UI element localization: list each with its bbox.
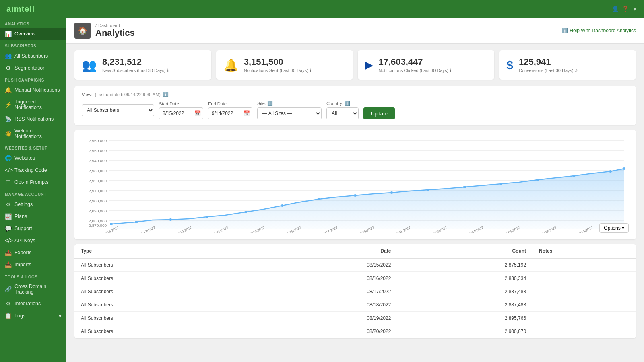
plans-icon: 📈 xyxy=(5,213,11,220)
country-select[interactable]: All xyxy=(326,107,359,119)
sidebar: ANALYTICS📊OverviewSUBSCRIBERS👥All Subscr… xyxy=(0,18,66,362)
svg-text:2,930,000: 2,930,000 xyxy=(89,169,107,173)
sidebar-item-opt-in-prompts[interactable]: ☐Opt-In Prompts xyxy=(0,176,66,188)
integrations-icon: ⚙ xyxy=(5,300,11,307)
svg-text:2,960,000: 2,960,000 xyxy=(89,139,107,143)
data-table: Type Date Count Notes All Subscribers08/… xyxy=(74,244,636,338)
cell-notes xyxy=(533,258,636,272)
data-table-container: Type Date Count Notes All Subscribers08/… xyxy=(74,244,636,338)
svg-text:2,950,000: 2,950,000 xyxy=(89,149,107,153)
sidebar-item-settings[interactable]: ⚙Settings xyxy=(0,198,66,210)
start-date-calendar-icon[interactable]: 📅 xyxy=(194,110,201,116)
sidebar-item-triggered-notifications[interactable]: ⚡Triggered Notifications xyxy=(0,96,66,113)
col-date: Date xyxy=(252,244,397,258)
svg-point-34 xyxy=(609,170,612,173)
sidebar-item-label: Cross Domain Tracking xyxy=(14,284,62,295)
sidebar-item-label: Overview xyxy=(14,31,35,37)
cross-domain-tracking-icon: 🔗 xyxy=(5,286,11,292)
main-content: 🏠 / Dashboard Analytics ℹ️ Help With Das… xyxy=(66,18,644,362)
cell-type: All Subscribers xyxy=(74,325,252,338)
svg-point-29 xyxy=(427,189,429,191)
svg-point-27 xyxy=(354,194,357,197)
header-right: 👤 ❓ ▼ xyxy=(612,6,638,12)
sidebar-item-all-subscribers[interactable]: 👥All Subscribers xyxy=(0,50,66,62)
user-icon[interactable]: 👤 xyxy=(612,6,619,12)
svg-point-32 xyxy=(536,179,539,181)
filter-controls: All Subscribers Start Date 📅 End Date 📅 xyxy=(82,101,629,119)
sidebar-item-integrations[interactable]: ⚙Integrations xyxy=(0,298,66,310)
sidebar-item-overview[interactable]: 📊Overview xyxy=(0,28,66,40)
cell-type: All Subscribers xyxy=(74,258,252,272)
col-notes: Notes xyxy=(533,244,636,258)
sidebar-item-label: Welcome Notifications xyxy=(14,128,62,139)
stat-card-new-subscribers: 👥8,231,512New Subscribers (Last 30 Days)… xyxy=(74,50,211,80)
cell-count: 2,875,192 xyxy=(397,258,533,272)
chart-options-button[interactable]: Options ▾ xyxy=(599,223,629,233)
cell-date: 08/18/2022 xyxy=(252,298,397,312)
site-select[interactable]: — All Sites — xyxy=(257,107,322,119)
filter-site-group: Site: ℹ️ — All Sites — xyxy=(257,101,322,119)
filter-bar: View: (Last updated: 09/14/22 9:30 AM) ℹ… xyxy=(74,86,636,125)
sidebar-item-welcome-notifications[interactable]: 👋Welcome Notifications xyxy=(0,125,66,142)
col-count: Count xyxy=(397,244,533,258)
stat-info-conversions: 125,941Conversions (Last 30 Days) ⚠ xyxy=(519,57,579,73)
table-row: All Subscribers08/16/20222,880,334 xyxy=(74,272,636,285)
update-button[interactable]: Update xyxy=(363,107,395,119)
dropdown-icon[interactable]: ▼ xyxy=(632,6,638,12)
stat-info-notifications-sent: 3,151,500Notifications Sent (Last 30 Day… xyxy=(244,57,311,73)
cell-count: 2,887,483 xyxy=(397,298,533,312)
cell-date: 08/17/2022 xyxy=(252,285,397,298)
sidebar-item-api-keys[interactable]: </>API Keys xyxy=(0,234,66,247)
page-header-left: 🏠 / Dashboard Analytics xyxy=(74,23,135,39)
logs-icon: 📋 xyxy=(5,313,11,319)
sidebar-item-exports[interactable]: 📤Exports xyxy=(0,247,66,259)
cell-type: All Subscribers xyxy=(74,312,252,325)
table-row: All Subscribers08/20/20222,900,670 xyxy=(74,325,636,338)
help-link[interactable]: ℹ️ Help With Dashboard Analytics xyxy=(562,28,636,33)
end-date-label: End Date xyxy=(208,101,252,106)
svg-text:2,880,000: 2,880,000 xyxy=(89,219,107,223)
welcome-notifications-icon: 👋 xyxy=(5,130,11,137)
home-icon-box[interactable]: 🏠 xyxy=(74,23,91,39)
view-select[interactable]: All Subscribers xyxy=(82,104,154,116)
cell-type: All Subscribers xyxy=(74,272,252,285)
triggered-notifications-icon: ⚡ xyxy=(5,101,11,108)
sidebar-item-plans[interactable]: 📈Plans xyxy=(0,210,66,222)
filter-view-group: All Subscribers xyxy=(82,104,154,116)
svg-text:2,870,000: 2,870,000 xyxy=(89,224,107,228)
sidebar-item-support[interactable]: 💬Support xyxy=(0,222,66,234)
country-label: Country: ℹ️ xyxy=(326,101,359,106)
sidebar-item-imports[interactable]: 📥Imports xyxy=(0,259,66,271)
stat-number-new-subscribers: 8,231,512 xyxy=(102,57,169,67)
sidebar-section-label: ANALYTICS xyxy=(0,18,66,28)
site-info-icon: ℹ️ xyxy=(267,101,273,106)
cell-count: 2,895,766 xyxy=(397,312,533,325)
header-icons: 👤 ❓ ▼ xyxy=(612,6,638,12)
site-label: Site: ℹ️ xyxy=(257,101,322,106)
sidebar-item-manual-notifications[interactable]: 🔔Manual Notifications xyxy=(0,84,66,96)
svg-text:2,910,000: 2,910,000 xyxy=(89,189,107,193)
end-date-calendar-icon[interactable]: 📅 xyxy=(244,110,250,116)
sidebar-item-cross-domain-tracking[interactable]: 🔗Cross Domain Tracking xyxy=(0,281,66,298)
col-type: Type xyxy=(74,244,252,258)
sidebar-item-websites[interactable]: 🌐Websites xyxy=(0,152,66,164)
help-circle-icon: ℹ️ xyxy=(562,28,568,33)
sidebar-item-label: Tracking Code xyxy=(14,167,47,173)
svg-text:2,920,000: 2,920,000 xyxy=(89,179,107,183)
cell-count: 2,880,334 xyxy=(397,272,533,285)
help-icon[interactable]: ❓ xyxy=(622,6,629,12)
api-keys-icon: </> xyxy=(5,237,11,244)
sidebar-item-label: RSS Notifications xyxy=(14,116,54,122)
sidebar-item-logs[interactable]: 📋Logs▾ xyxy=(0,310,66,322)
opt-in-prompts-icon: ☐ xyxy=(5,179,11,185)
sidebar-item-segmentation[interactable]: ⚙Segmentation xyxy=(0,62,66,74)
table-header-row: Type Date Count Notes xyxy=(74,244,636,258)
sidebar-item-rss-notifications[interactable]: 📡RSS Notifications xyxy=(0,113,66,125)
stat-label-new-subscribers: New Subscribers (Last 30 Days) ℹ xyxy=(102,68,169,73)
table-row: All Subscribers08/18/20222,887,483 xyxy=(74,298,636,312)
sidebar-item-label: Triggered Notifications xyxy=(14,99,62,110)
breadcrumb-sep: / xyxy=(95,23,97,28)
sidebar-item-tracking-code[interactable]: </>Tracking Code xyxy=(0,164,66,176)
sidebar-item-label: Exports xyxy=(14,250,31,255)
page-header: 🏠 / Dashboard Analytics ℹ️ Help With Das… xyxy=(66,18,644,44)
